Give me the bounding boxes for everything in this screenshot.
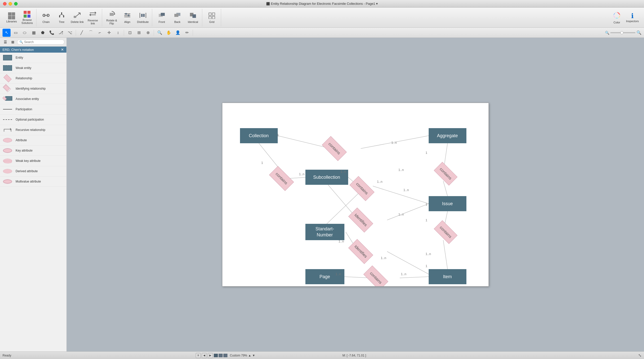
diagram-canvas[interactable]: Collection Aggregate contains Subcollect… [222,103,489,286]
polyline-tool[interactable]: ⌐ [96,29,104,37]
zoom-in-icon[interactable]: 🔍 [636,30,641,35]
delete-link-icon [73,12,81,20]
entity-issue[interactable]: Issue [429,196,466,211]
scale-tool[interactable]: ⊞ [135,29,143,37]
svg-rect-18 [125,13,127,15]
color-button[interactable]: Color [609,10,624,26]
table-tool[interactable]: ▦ [30,29,38,37]
relationship-contains6[interactable]: contains [359,269,392,286]
connector2-tool[interactable]: ⌥ [66,29,74,37]
relationship-contains2[interactable]: contains [265,170,298,187]
shape-item-key-attribute[interactable]: Key attribute [0,146,66,156]
page-dot-3[interactable] [223,354,227,357]
shape-item-participation[interactable]: Participation [0,104,66,115]
svg-rect-22 [141,14,143,17]
shape-item-multivalue-attribute[interactable]: Multivalue attribute [0,176,66,187]
zoom-thumb[interactable] [620,31,623,34]
relationship-contains1[interactable]: contains [318,139,351,158]
relationship-thumb [3,75,13,82]
delete-link-button[interactable]: Delete link [70,10,85,26]
rotate-flip-button[interactable]: Rotate & Flip [104,10,119,26]
curve-tool[interactable]: ⌒ [87,29,95,37]
shape-item-weak-entity[interactable]: Weak entity [0,63,66,73]
relationship-contains3[interactable]: contains [346,180,378,197]
tree-button[interactable]: Tree [54,10,69,26]
cross-tool[interactable]: ✛ [105,29,113,37]
entity-page[interactable]: Page [305,269,344,284]
user-tool[interactable]: 👤 [174,29,182,37]
relationship-identifies2[interactable]: Identifies [344,243,377,260]
crop-tool[interactable]: ⊡ [126,29,134,37]
card-2: 1..n [391,141,397,145]
relationship-contains5[interactable]: contains [431,224,460,240]
shape-item-attribute[interactable]: Attribute [0,135,66,146]
select-tool[interactable]: ↖ [3,29,11,37]
shape-item-relationship[interactable]: Relationship [0,73,66,84]
shape-item-weak-key-attribute[interactable]: Weak key attribute [0,156,66,166]
align-button[interactable]: Align [120,10,135,26]
page-dot-1[interactable] [214,354,218,357]
entity-item[interactable]: Item [429,269,466,284]
zoom-slider[interactable] [610,32,635,33]
next-page-button[interactable]: ▶ [208,353,213,358]
reverse-link-button[interactable]: Reverse link [85,10,100,26]
dropdown-arrow[interactable]: ▾ [376,2,378,6]
distribute-button[interactable]: Distribute [135,10,150,26]
search-bar[interactable]: 🔍 [17,40,64,45]
entity-standart-number[interactable]: Standart- Number [305,224,344,240]
card-13: 1..n [339,239,344,243]
pan-tool[interactable]: ✋ [165,29,173,37]
minimize-button[interactable] [9,2,12,6]
zoom-out-icon[interactable]: 🔍 [605,31,609,35]
pen-tool[interactable]: ✏ [183,29,191,37]
line-tool[interactable]: ╱ [78,29,86,37]
search-input[interactable] [24,40,62,44]
shape-item-recursive-relationship[interactable]: Recursive relationship [0,125,66,135]
svg-line-44 [443,240,448,269]
rectangle-tool[interactable]: ▭ [12,29,20,37]
distribute-icon [139,12,147,20]
callout-tool[interactable]: 📞 [48,29,56,37]
shape-tool[interactable]: ⬟ [39,29,47,37]
shape-item-derived-attribute[interactable]: Derived attribute [0,166,66,176]
relationship-identifies1[interactable]: Identifies [344,211,377,229]
prev-page-button[interactable]: ◀ [202,353,207,358]
page-dot-2[interactable] [219,354,223,357]
libraries-button[interactable]: Libraries [4,10,19,26]
shape-item-entity[interactable]: Entity [0,53,66,63]
identical-button[interactable]: Identical [185,10,200,26]
main-toolbar: Libraries Browse Solutions Chain [0,8,644,28]
entity-aggregate[interactable]: Aggregate [429,128,466,143]
arrow-tool[interactable]: ↕ [114,29,122,37]
back-button[interactable]: Back [170,10,185,26]
zoom-in-tool[interactable]: 🔍 [156,29,164,37]
maximize-button[interactable] [14,2,18,6]
canvas-area[interactable]: Collection Aggregate contains Subcollect… [67,38,644,351]
close-button[interactable] [3,2,7,6]
recursive-relationship-thumb [3,126,13,133]
zoom-stepper-down[interactable]: ▼ [252,354,255,357]
pause-button[interactable]: ⏸ [196,353,201,358]
inspectors-button[interactable]: ℹ Inspectors [625,10,640,26]
shape-item-associative-entity[interactable]: Associative entity [0,94,66,104]
front-button[interactable]: Front [154,10,169,26]
ellipse-tool[interactable]: ⬭ [21,29,29,37]
chain-button[interactable]: Chain [38,10,54,26]
panel-list-view[interactable]: ☰ [2,39,9,45]
shape-list: Entity Weak entity Relationship [0,53,66,351]
shape-item-optional-participation[interactable]: Optional participation [0,115,66,125]
svg-line-46 [387,204,429,220]
distribute-label: Distribute [137,20,149,23]
browse-solutions-button[interactable]: Browse Solutions [20,10,35,26]
rotate-tool[interactable]: ⊗ [144,29,152,37]
panel-close-button[interactable]: ✕ [61,48,64,52]
zoom-stepper-up[interactable]: ▲ [248,354,251,357]
resize-handle[interactable]: ⤡ [638,353,641,357]
panel-grid-view[interactable]: ⊞ [10,39,16,45]
grid-button[interactable]: Grid [204,10,219,26]
connector-tool[interactable]: ⎇ [57,29,65,37]
shape-item-identifying-relationship[interactable]: Identifying relationship [0,84,66,94]
entity-collection[interactable]: Collection [240,128,278,143]
identical-icon [189,12,197,20]
relationship-contains4[interactable]: contains [431,165,460,182]
